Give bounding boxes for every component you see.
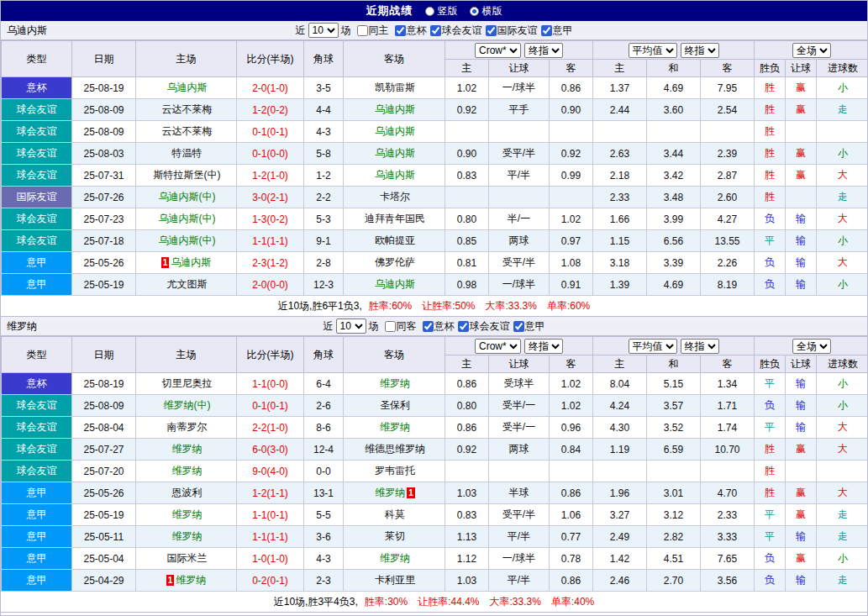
away-team-name[interactable]: 卡利亚里 <box>375 574 415 586</box>
away-team-name[interactable]: 维罗纳 <box>380 552 410 564</box>
home-team-name[interactable]: 乌迪内斯(中) <box>159 213 216 224</box>
away-team-name[interactable]: 卡塔尔 <box>380 191 410 203</box>
match-score[interactable]: 2-2(1-0) <box>237 417 304 439</box>
match-score[interactable]: 0-1(0-0) <box>237 143 304 165</box>
away-team-name[interactable]: 乌迪内斯 <box>375 125 415 137</box>
same-venue-checkbox[interactable]: 同客 <box>385 319 417 334</box>
odds-company-select[interactable]: Crow* <box>475 339 521 354</box>
away-team-name[interactable]: 维罗纳 <box>375 487 405 498</box>
match-count-select[interactable]: 10 <box>308 23 339 38</box>
match-score[interactable]: 1-1(1-1) <box>237 526 304 548</box>
match-score[interactable]: 2-0(1-0) <box>237 77 304 99</box>
match-score[interactable]: 1-1(1-1) <box>237 230 304 252</box>
home-team-name[interactable]: 维罗纳(中) <box>164 399 211 411</box>
competition-checkbox-input[interactable] <box>513 321 524 332</box>
result-goals <box>817 461 868 482</box>
odds-company-select[interactable]: Crow* <box>475 43 521 58</box>
home-team-name[interactable]: 尤文图斯 <box>167 278 208 290</box>
away-team-name[interactable]: 维罗纳 <box>380 377 410 389</box>
euro-stage-select[interactable]: 终指 <box>681 339 719 354</box>
competition-checkbox[interactable]: 球会友谊 <box>458 319 510 334</box>
odds-stage-select[interactable]: 终指 <box>524 339 563 354</box>
match-score[interactable]: 3-0(2-1) <box>237 187 304 208</box>
home-team-name[interactable]: 斯特拉斯堡(中) <box>154 169 221 181</box>
away-team-cell: 卡塔尔 <box>344 187 445 208</box>
home-team-name[interactable]: 南蒂罗尔 <box>167 421 208 433</box>
competition-checkbox[interactable]: 国际友谊 <box>486 24 538 38</box>
home-team-name[interactable]: 恩波利 <box>172 487 203 498</box>
away-team-name[interactable]: 维罗纳 <box>380 421 410 433</box>
match-score[interactable]: 2-3(1-2) <box>237 252 304 274</box>
same-venue-checkbox-input[interactable] <box>357 25 368 36</box>
home-team-name[interactable]: 维罗纳 <box>172 443 203 455</box>
euro-draw-odds: 3.57 <box>647 395 701 417</box>
home-team-name[interactable]: 云达不莱梅 <box>162 125 213 137</box>
home-team-name[interactable]: 乌迪内斯(中) <box>159 234 216 246</box>
match-score[interactable]: 1-0(1-0) <box>237 548 304 570</box>
euro-avg-select[interactable]: 平均值 <box>629 339 677 354</box>
same-venue-checkbox[interactable]: 同主 <box>357 24 389 38</box>
match-score[interactable]: 1-1(0-1) <box>237 504 304 526</box>
scope-select[interactable]: 全场 <box>792 339 831 354</box>
radio-selected-icon[interactable] <box>470 7 479 16</box>
scope-select[interactable]: 全场 <box>792 43 831 58</box>
radio-unselected-icon[interactable] <box>425 7 434 16</box>
euro-avg-select[interactable]: 平均值 <box>629 43 677 58</box>
home-team-name[interactable]: 切里尼奥拉 <box>162 377 213 389</box>
competition-checkbox-input[interactable] <box>541 25 552 36</box>
odds-stage-select[interactable]: 终指 <box>524 43 563 58</box>
competition-checkbox-input[interactable] <box>430 25 441 36</box>
home-team-name[interactable]: 乌迪内斯 <box>171 256 211 268</box>
away-team-name[interactable]: 罗韦雷托 <box>375 465 415 476</box>
match-score[interactable]: 0-2(0-1) <box>237 570 304 592</box>
match-score[interactable]: 0-1(0-1) <box>237 121 304 143</box>
same-venue-checkbox-input[interactable] <box>385 321 396 332</box>
euro-stage-select[interactable]: 终指 <box>681 43 719 58</box>
view-radio-horizontal[interactable]: 横版 <box>470 4 502 18</box>
away-team-name[interactable]: 迪拜青年国民 <box>365 213 425 224</box>
match-score[interactable]: 1-2(1-0) <box>237 165 304 187</box>
away-team-name[interactable]: 凯勒雷斯 <box>375 82 415 93</box>
away-team-name[interactable]: 科莫 <box>385 508 405 520</box>
competition-checkbox-input[interactable] <box>486 25 497 36</box>
match-score[interactable]: 2-0(0-0) <box>237 274 304 296</box>
home-team-name[interactable]: 维罗纳 <box>172 508 203 520</box>
home-team-name[interactable]: 维罗纳 <box>172 530 203 542</box>
away-team-name[interactable]: 乌迪内斯 <box>375 147 415 159</box>
view-radio-vertical[interactable]: 竖版 <box>425 4 458 18</box>
home-team-name[interactable]: 乌迪内斯 <box>167 82 208 93</box>
home-team-name[interactable]: 维罗纳 <box>172 465 203 476</box>
competition-checkbox[interactable]: 意杯 <box>423 319 455 334</box>
competition-checkbox-input[interactable] <box>458 321 469 332</box>
competition-checkbox[interactable]: 意甲 <box>513 319 545 334</box>
away-team-name[interactable]: 莱切 <box>385 530 405 542</box>
home-team-name[interactable]: 维罗纳 <box>176 574 206 586</box>
away-team-name[interactable]: 乌迪内斯 <box>375 103 415 115</box>
competition-checkbox-label: 国际友谊 <box>497 24 538 38</box>
match-score[interactable]: 1-3(0-2) <box>237 208 304 230</box>
match-score[interactable]: 6-0(3-0) <box>237 439 304 461</box>
away-team-name[interactable]: 佛罗伦萨 <box>375 256 415 268</box>
away-team-name[interactable]: 维德思维罗纳 <box>365 443 425 455</box>
away-team-name[interactable]: 乌迪内斯 <box>375 278 415 290</box>
euro-home-odds: 2.33 <box>593 187 647 208</box>
home-team-name[interactable]: 国际米兰 <box>167 552 208 564</box>
section-header: 维罗纳 近 10 场 同客 意杯球会友谊意甲 <box>1 317 867 336</box>
away-team-name[interactable]: 圣保利 <box>380 399 410 411</box>
match-score[interactable]: 1-2(1-1) <box>237 482 304 504</box>
match-score[interactable]: 1-2(0-2) <box>237 99 304 121</box>
match-score[interactable]: 9-0(4-0) <box>237 461 304 482</box>
competition-checkbox-input[interactable] <box>395 25 406 36</box>
away-team-name[interactable]: 乌迪内斯 <box>375 169 415 181</box>
away-team-name[interactable]: 欧帕提亚 <box>375 234 415 246</box>
match-score[interactable]: 0-1(0-1) <box>237 395 304 417</box>
competition-checkbox-input[interactable] <box>423 321 434 332</box>
competition-checkbox[interactable]: 意甲 <box>541 24 573 38</box>
match-count-select[interactable]: 10 <box>336 319 366 334</box>
home-team-name[interactable]: 乌迪内斯(中) <box>159 191 216 203</box>
match-score[interactable]: 1-1(0-0) <box>237 373 304 395</box>
competition-checkbox[interactable]: 意杯 <box>395 24 427 38</box>
home-team-name[interactable]: 云达不莱梅 <box>162 103 213 115</box>
competition-checkbox[interactable]: 球会友谊 <box>430 24 482 38</box>
home-team-name[interactable]: 特温特 <box>172 147 203 159</box>
